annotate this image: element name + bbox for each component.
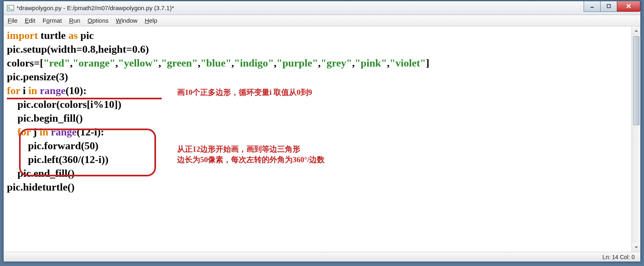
svg-rect-0 bbox=[7, 5, 14, 11]
title-bar[interactable]: *drawpolygon.py - E:/pmath2/m07/drawpoly… bbox=[4, 1, 640, 15]
kw-for: for bbox=[7, 85, 20, 97]
annotation-box bbox=[19, 129, 156, 176]
maximize-button[interactable] bbox=[600, 1, 617, 12]
window-title: *drawpolygon.py - E:/pmath2/m07/drawpoly… bbox=[17, 4, 584, 11]
scroll-up-arrow[interactable] bbox=[632, 26, 640, 35]
kw-as: as bbox=[68, 30, 78, 41]
scroll-thumb[interactable] bbox=[633, 36, 640, 125]
minimize-button[interactable] bbox=[584, 1, 601, 12]
menu-format[interactable]: Format bbox=[43, 17, 62, 24]
app-icon bbox=[7, 4, 14, 12]
status-bar: Ln: 14 Col: 0 bbox=[4, 252, 640, 262]
menu-edit[interactable]: Edit bbox=[25, 17, 35, 24]
scroll-down-arrow[interactable] bbox=[632, 243, 640, 252]
vertical-scrollbar[interactable] bbox=[631, 26, 640, 252]
menu-bar: File Edit Format Run Options Window Help bbox=[4, 15, 640, 26]
annotation-underline bbox=[7, 98, 162, 99]
editor-window: *drawpolygon.py - E:/pmath2/m07/drawpoly… bbox=[3, 1, 641, 262]
menu-file[interactable]: File bbox=[8, 17, 17, 24]
editor-content: import turtle as pic pic.setup(width=0.8… bbox=[4, 26, 640, 252]
menu-options[interactable]: Options bbox=[88, 17, 109, 24]
window-controls bbox=[584, 1, 640, 12]
menu-help[interactable]: Help bbox=[145, 17, 157, 24]
cursor-position: Ln: 14 Col: 0 bbox=[603, 254, 635, 260]
kw-import: import bbox=[7, 30, 38, 41]
menu-run[interactable]: Run bbox=[69, 17, 81, 24]
annotation-2: 从正12边形开始画，画到等边三角形边长为50像素，每次左转的外角为360°/边数 bbox=[177, 144, 325, 165]
svg-rect-2 bbox=[607, 4, 610, 8]
menu-window[interactable]: Window bbox=[116, 17, 137, 24]
annotation-1: 画10个正多边形，循环变量i 取值从0到9 bbox=[177, 87, 312, 98]
close-button[interactable] bbox=[617, 1, 640, 12]
